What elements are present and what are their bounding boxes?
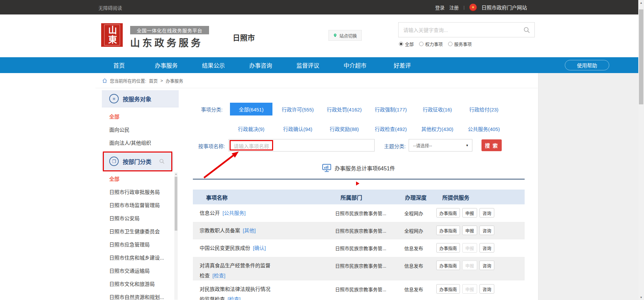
item-name[interactable]: 中国公民变更民族成份[确认] bbox=[200, 243, 331, 253]
item-department: 日照市民族宗教事务管... bbox=[335, 245, 399, 252]
item-type-tag[interactable]: [确认] bbox=[253, 245, 266, 251]
sidebar-dept-item[interactable]: 日照市公安局 bbox=[102, 212, 179, 225]
apply-button[interactable]: 申报 bbox=[462, 208, 477, 218]
nav-item[interactable]: 办事服务 bbox=[143, 57, 190, 73]
guide-button[interactable]: 办事指南 bbox=[436, 226, 460, 235]
item-name[interactable]: 宗教教职人员备案[其他] bbox=[200, 226, 331, 236]
help-button[interactable]: 使用帮助 bbox=[565, 60, 609, 70]
nav-item[interactable]: 中介超市 bbox=[331, 57, 379, 73]
category-tab[interactable]: 公共服务(405) bbox=[468, 125, 500, 132]
category-tab[interactable]: 行政征收(16) bbox=[423, 106, 452, 113]
category-tab[interactable]: 其他权力(430) bbox=[421, 125, 453, 132]
scroll-down-icon[interactable]: ▼ bbox=[638, 295, 644, 300]
col-header-services: 所提供服务 bbox=[442, 193, 469, 201]
consult-button[interactable]: 咨询 bbox=[479, 261, 494, 270]
item-name-text[interactable]: 检查 bbox=[200, 273, 210, 278]
dept-search-icon[interactable] bbox=[159, 158, 165, 164]
item-actions: 办事指南申报咨询 bbox=[436, 261, 494, 270]
consult-button[interactable]: 咨询 bbox=[479, 226, 494, 235]
item-type-tag[interactable]: [检查] bbox=[228, 296, 240, 300]
breadcrumb-home-link[interactable]: 首页 bbox=[149, 77, 158, 84]
radio-icon[interactable] bbox=[448, 42, 452, 46]
item-name-text[interactable]: 对民族政策和法律法规执行情况 bbox=[200, 286, 270, 292]
sidebar-scrollbar[interactable]: ▲ bbox=[174, 172, 178, 300]
category-cell: 行政检查(492) bbox=[368, 121, 414, 136]
item-type-tag[interactable]: [公共服务] bbox=[223, 210, 245, 216]
nav-item[interactable]: 结果公示 bbox=[190, 57, 237, 73]
consult-button[interactable]: 咨询 bbox=[479, 208, 494, 218]
item-depth: 全程网办 bbox=[404, 227, 435, 234]
nav-item[interactable]: 首页 bbox=[95, 57, 143, 73]
item-type-tag[interactable]: [检查] bbox=[212, 273, 225, 278]
register-link[interactable]: 注册 bbox=[449, 4, 459, 11]
sidebar-service-item[interactable]: 面向公民 bbox=[102, 123, 179, 136]
nav-item[interactable]: 办事咨询 bbox=[237, 57, 284, 73]
page-scrollbar[interactable]: ▲ ▼ bbox=[638, 0, 644, 300]
sidebar-dept-item[interactable]: 日照市市场监督管理局 bbox=[102, 199, 179, 212]
guide-button[interactable]: 办事指南 bbox=[436, 243, 460, 253]
sidebar-service-item[interactable]: 面向法人/其他组织 bbox=[102, 136, 179, 149]
dept-section-header[interactable]: ❐ 按部门分类 bbox=[102, 153, 173, 170]
category-tab[interactable]: 行政给付(23) bbox=[469, 106, 499, 113]
guide-button[interactable]: 办事指南 bbox=[436, 261, 460, 270]
item-depth: 信息发布 bbox=[404, 262, 435, 269]
consult-button[interactable]: 咨询 bbox=[479, 284, 494, 294]
category-tab[interactable]: 行政许可(555) bbox=[282, 106, 314, 113]
scope-radio[interactable]: 全部 bbox=[399, 41, 414, 47]
sidebar-dept-item[interactable]: 日照市自然资源和规划... bbox=[102, 291, 179, 300]
keyword-search-box[interactable]: 请输入关键字查询... bbox=[398, 22, 535, 37]
radio-icon[interactable] bbox=[399, 42, 403, 46]
topic-select[interactable]: --请选择-- ▼ bbox=[409, 139, 472, 152]
nav-item[interactable]: 监督评议 bbox=[284, 57, 331, 73]
scroll-up-icon[interactable]: ▲ bbox=[638, 0, 644, 5]
apply-button[interactable]: 申报 bbox=[462, 226, 477, 235]
sidebar-dept-item[interactable]: 全部 bbox=[102, 172, 179, 186]
category-tab[interactable]: 行政裁决(9) bbox=[238, 125, 264, 132]
login-link[interactable]: 登录 bbox=[435, 4, 445, 11]
radio-icon[interactable] bbox=[419, 42, 423, 46]
category-tab[interactable]: 行政检查(492) bbox=[375, 125, 407, 132]
sidebar-dept-item[interactable]: 日照市住房和城乡建设... bbox=[102, 251, 179, 264]
search-icon[interactable] bbox=[523, 26, 530, 34]
sidebar-dept-item[interactable]: 日照市文化和旅游局 bbox=[102, 277, 179, 291]
scope-label: 服务事项 bbox=[454, 41, 472, 47]
guide-button[interactable]: 办事指南 bbox=[436, 208, 460, 218]
item-name-text[interactable]: 对清真食品生产经营条件的监督 bbox=[200, 263, 270, 268]
sidebar-dept-item[interactable]: 日照市应急管理局 bbox=[102, 238, 179, 251]
consult-button[interactable]: 咨询 bbox=[479, 243, 494, 253]
page-scrollbar-thumb[interactable] bbox=[639, 9, 643, 104]
item-name[interactable]: 对民族政策和法律法规执行情况的监督检查[检查] bbox=[200, 284, 331, 300]
search-button[interactable]: 搜 索 bbox=[481, 139, 502, 151]
site-switch-button[interactable]: 站点切换 bbox=[328, 30, 362, 41]
category-tab[interactable]: 行政处罚(4162) bbox=[327, 106, 361, 113]
guide-button[interactable]: 办事指南 bbox=[436, 284, 460, 294]
accessibility-link[interactable]: 无障碍阅读 bbox=[98, 4, 122, 11]
sidebar-scrollbar-thumb[interactable] bbox=[175, 177, 177, 231]
item-name[interactable]: 对清真食品生产经营条件的监督检查[检查] bbox=[200, 261, 331, 281]
dept-section-title: 按部门分类 bbox=[123, 157, 151, 166]
item-type-tag[interactable]: [其他] bbox=[243, 228, 256, 233]
sidebar-dept-item[interactable]: 日照市卫生健康委员会 bbox=[102, 225, 179, 238]
scope-radio[interactable]: 权力事项 bbox=[419, 41, 443, 47]
sidebar: ≡ 按服务对象 全部面向公民面向法人/其他组织 ❐ 按部门分类 ▲ 全部日照市行… bbox=[102, 90, 179, 300]
sidebar-dept-item[interactable]: 日照市行政审批服务局 bbox=[102, 186, 179, 199]
category-tab[interactable]: 行政确认(94) bbox=[283, 125, 313, 132]
item-actions: 办事指南申报咨询 bbox=[436, 226, 494, 235]
category-tab[interactable]: 行政奖励(88) bbox=[330, 125, 359, 132]
service-object-section-header[interactable]: ≡ 按服务对象 bbox=[102, 90, 179, 107]
portal-site-link[interactable]: 日照市政府门户网站 bbox=[481, 4, 527, 11]
apply-button: 申报 bbox=[462, 243, 477, 253]
category-tab[interactable]: 行政强制(177) bbox=[375, 106, 407, 113]
sidebar-scroll-up-icon[interactable]: ▲ bbox=[174, 173, 178, 175]
item-name-text[interactable]: 中国公民变更民族成份 bbox=[200, 245, 250, 251]
item-name-text[interactable]: 信息公开 bbox=[200, 210, 220, 216]
sidebar-service-item[interactable]: 全部 bbox=[102, 110, 179, 123]
nav-item[interactable]: 好差评 bbox=[379, 57, 426, 73]
item-name-text[interactable]: 宗教教职人员备案 bbox=[200, 228, 240, 233]
category-tab-active[interactable]: 全部(6451) bbox=[230, 103, 272, 115]
item-name[interactable]: 信息公开[公共服务] bbox=[200, 208, 331, 218]
item-name-text[interactable]: 的监督检查 bbox=[200, 296, 225, 300]
sidebar-dept-item[interactable]: 日照市交通运输局 bbox=[102, 264, 179, 277]
item-name-input[interactable]: 请输入事项名称 bbox=[229, 139, 375, 152]
scope-radio[interactable]: 服务事项 bbox=[448, 41, 472, 47]
